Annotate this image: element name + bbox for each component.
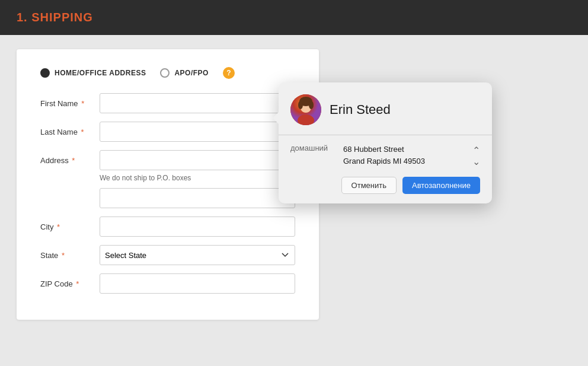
zip-required: * [76, 279, 79, 288]
form-card: HOME/OFFICE ADDRESS APO/FPO ? First Name… [17, 49, 319, 320]
main-content: HOME/OFFICE ADDRESS APO/FPO ? First Name… [0, 35, 588, 334]
title-text: SHIPPING [31, 11, 93, 24]
svg-point-6 [309, 101, 314, 109]
autofill-button[interactable]: Автозаполнение [402, 177, 480, 194]
state-required: * [62, 251, 65, 260]
city-input[interactable] [100, 217, 295, 237]
last-name-input[interactable] [100, 122, 295, 142]
state-select[interactable]: Select State Alabama Alaska Arizona Mich… [100, 245, 295, 265]
popup-actions: Отменить Автозаполнение [290, 177, 480, 194]
city-row: City * [40, 217, 295, 237]
popup-address-row: домашний 68 Hubbert Street Grand Rapids … [290, 144, 480, 167]
popup-user-name: Erin Steed [330, 102, 391, 117]
apo-fpo-label: APO/FPO [174, 69, 209, 77]
popup-header: Erin Steed [290, 94, 480, 125]
popup-address-type-label: домашний [290, 144, 335, 152]
cancel-button[interactable]: Отменить [341, 177, 397, 194]
address2-input[interactable] [100, 188, 295, 208]
home-office-option[interactable]: HOME/OFFICE ADDRESS [40, 68, 146, 78]
help-icon[interactable]: ? [223, 67, 235, 79]
first-name-row: First Name * [40, 93, 295, 113]
apo-fpo-option[interactable]: APO/FPO [160, 68, 209, 78]
page-title: 1. SHIPPING [17, 11, 93, 24]
address2-row [40, 188, 295, 208]
popup-address-line1: 68 Hubbert Street [343, 144, 464, 155]
home-office-radio[interactable] [40, 68, 50, 78]
popup-divider [279, 135, 492, 135]
zip-input[interactable] [100, 273, 295, 294]
address-label: Address * [40, 156, 100, 165]
home-office-label: HOME/OFFICE ADDRESS [55, 69, 146, 77]
address-row: Address * [40, 150, 295, 170]
city-required: * [57, 222, 60, 231]
zip-row: ZIP Code * [40, 273, 295, 294]
state-row: State * Select State Alabama Alaska Ariz… [40, 245, 295, 265]
address-note: We do not ship to P.O. boxes [100, 174, 295, 182]
first-name-label: First Name * [40, 99, 100, 108]
address-chevron-icon[interactable]: ⌃⌄ [472, 145, 480, 167]
apo-fpo-radio[interactable] [160, 68, 170, 78]
avatar [290, 94, 321, 125]
step-number: 1. [17, 11, 28, 24]
last-name-required: * [81, 128, 84, 136]
zip-label: ZIP Code * [40, 279, 100, 288]
last-name-label: Last Name * [40, 128, 100, 136]
svg-point-5 [298, 101, 303, 109]
address-input[interactable] [100, 150, 295, 170]
popup-address-line2: Grand Rapids MI 49503 [343, 155, 464, 167]
state-label: State * [40, 251, 100, 260]
popup-address-text: 68 Hubbert Street Grand Rapids MI 49503 [343, 144, 464, 167]
first-name-input[interactable] [100, 93, 295, 113]
address-required: * [72, 156, 75, 165]
page-header: 1. SHIPPING [0, 0, 588, 35]
last-name-row: Last Name * [40, 122, 295, 142]
first-name-required: * [81, 99, 84, 108]
address-type-row: HOME/OFFICE ADDRESS APO/FPO ? [40, 67, 295, 79]
autofill-popup: Erin Steed домашний 68 Hubbert Street Gr… [279, 82, 492, 203]
city-label: City * [40, 222, 100, 231]
